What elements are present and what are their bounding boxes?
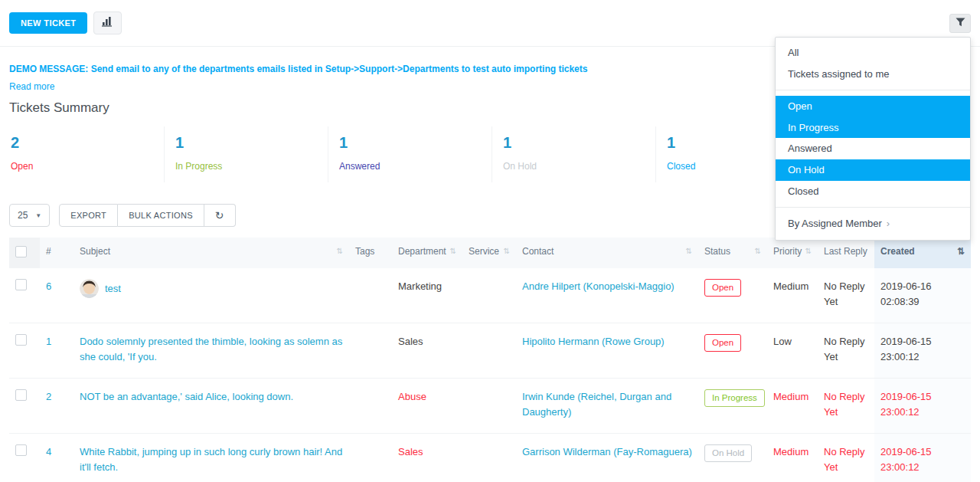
ticket-subject-link[interactable]: Dodo solemnly presented the thimble, loo… [80,336,342,362]
header-subject[interactable]: Subject⇅ [74,238,349,268]
header-contact[interactable]: Contact⇅ [516,238,698,268]
created-time: 23:00:12 [880,351,920,362]
page-size-value: 25 [18,210,28,221]
header-last-reply[interactable]: Last Reply [818,238,874,268]
summary-item-open: 2 Open [0,126,164,182]
tags-cell [349,323,392,379]
page-size-select[interactable]: 25 ▼ [9,204,50,227]
menu-item-all[interactable]: All [776,42,970,64]
row-checkbox[interactable] [15,334,27,346]
select-all-checkbox[interactable] [15,246,27,257]
ticket-number-link[interactable]: 2 [46,391,51,402]
header-created[interactable]: Created⇅ [874,238,971,268]
service-cell [462,434,516,482]
ticket-subject-link[interactable]: NOT be an advantage,' said Alice, lookin… [80,391,293,402]
row-checkbox[interactable] [15,279,27,290]
sort-icon: ⇅ [805,247,812,255]
refresh-icon: ↻ [215,209,224,221]
filter-button[interactable] [949,14,971,33]
new-ticket-button[interactable]: NEW TICKET [9,12,87,34]
priority-cell: Medium [767,268,818,323]
summary-item-answered: 1 Answered [328,126,492,182]
priority-cell: Medium [767,434,818,482]
contact-link[interactable]: Hipolito Hermann (Rowe Group) [522,336,665,347]
department-cell: Marketing [392,268,462,323]
status-badge: Open [704,334,741,352]
created-cell: 2019-06-15 23:00:12 [874,379,971,434]
department-cell: Sales [392,434,462,482]
summary-label: On Hold [503,161,645,172]
contact-link[interactable]: Andre Hilpert (Konopelski-Maggio) [522,280,675,292]
filter-icon [956,16,965,30]
ticket-subject-link[interactable]: White Rabbit, jumping up in such long cu… [80,446,342,473]
created-cell: 2019-06-15 23:00:12 [874,323,971,379]
priority-cell: Low [767,323,818,379]
bulk-actions-button[interactable]: BULK ACTIONS [118,204,204,227]
ticket-number-link[interactable]: 4 [46,446,51,457]
status-badge: In Progress [704,389,765,407]
read-more-link[interactable]: Read more [9,81,54,92]
table-row: 2 NOT be an advantage,' said Alice, look… [9,379,971,434]
created-date: 2019-06-16 [880,280,932,292]
summary-label: Answered [339,161,481,172]
department-cell: Abuse [392,379,462,434]
avatar [80,279,99,298]
created-date: 2019-06-15 [880,446,932,457]
tags-cell [349,268,392,323]
header-number[interactable]: # [40,238,74,268]
last-reply-cell: No Reply Yet [818,379,874,434]
summary-count: 1 [503,134,645,152]
menu-item-answered[interactable]: Answered [776,138,970,159]
tags-cell [349,379,392,434]
caret-down-icon: ▼ [35,212,41,219]
row-checkbox[interactable] [15,389,27,401]
summary-count: 1 [175,134,317,152]
last-reply-cell: No Reply Yet [818,434,874,482]
contact-link[interactable]: Garrison Wilderman (Fay-Romaguera) [522,446,692,457]
ticket-number-link[interactable]: 6 [46,280,51,292]
menu-item-label: By Assigned Member [788,218,882,230]
row-checkbox[interactable] [15,444,27,456]
header-department[interactable]: Department⇅ [392,238,462,268]
created-cell: 2019-06-15 23:00:12 [874,434,971,482]
menu-item-open[interactable]: Open [776,96,970,117]
sort-icon: ⇅ [450,247,456,255]
summary-label: In Progress [175,161,317,172]
header-priority[interactable]: Priority⇅ [767,238,818,268]
ticket-stats-button[interactable] [93,11,122,34]
header-status[interactable]: Status⇅ [698,238,767,268]
status-badge: Open [704,279,741,297]
tags-cell [349,434,392,482]
service-cell [462,268,516,323]
priority-cell: Medium [767,379,818,434]
created-time: 02:08:39 [880,296,920,307]
last-reply-cell: No Reply Yet [818,268,874,323]
refresh-button[interactable]: ↻ [204,204,236,227]
table-actions-group: EXPORT BULK ACTIONS ↻ [59,204,236,227]
header-service[interactable]: Service⇅ [462,238,516,268]
filter-dropdown-menu: All Tickets assigned to me Open In Progr… [775,37,971,241]
sort-icon: ⇅ [337,247,343,255]
last-reply-cell: No Reply Yet [818,323,874,379]
menu-item-closed[interactable]: Closed [776,181,970,202]
created-date: 2019-06-15 [880,391,932,402]
header-tags[interactable]: Tags [349,238,392,268]
ticket-subject-link[interactable]: test [105,281,121,297]
bar-chart-icon [102,16,113,30]
menu-item-assigned-to-me[interactable]: Tickets assigned to me [776,64,970,85]
contact-link[interactable]: Irwin Kunde (Reichel, Durgan and Daugher… [522,391,671,418]
menu-item-in-progress[interactable]: In Progress [776,117,970,139]
ticket-number-link[interactable]: 1 [46,336,51,347]
created-cell: 2019-06-16 02:08:39 [874,268,971,323]
summary-label: Open [11,161,153,172]
summary-count: 1 [339,134,481,152]
summary-item-on-hold: 1 On Hold [492,126,655,182]
menu-item-on-hold[interactable]: On Hold [776,159,970,181]
table-row: 6 test Marketing Andre Hilpert (Konopels… [9,268,971,323]
department-cell: Sales [392,323,462,379]
service-cell [462,323,516,379]
summary-item-in-progress: 1 In Progress [164,126,328,182]
menu-item-by-assigned-member[interactable]: By Assigned Member › [776,213,970,234]
table-row: 4 White Rabbit, jumping up in such long … [9,434,971,482]
export-button[interactable]: EXPORT [59,204,118,227]
